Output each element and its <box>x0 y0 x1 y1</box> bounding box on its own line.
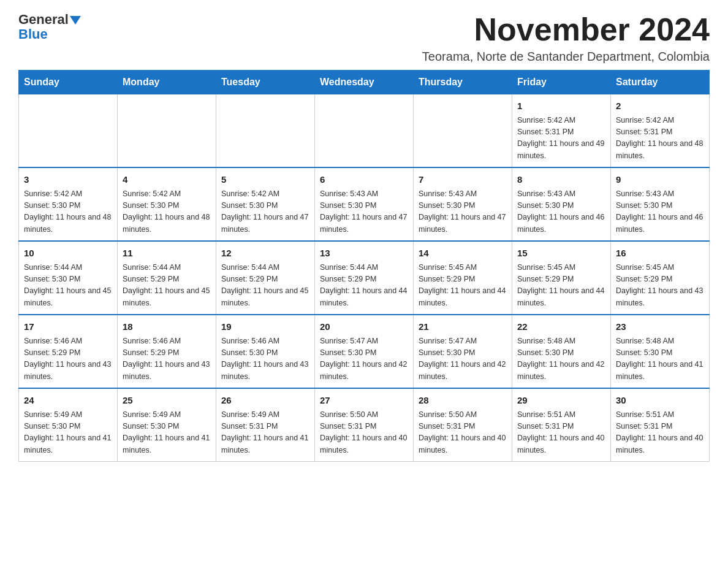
day-header-monday: Monday <box>118 71 216 94</box>
day-number: 16 <box>616 247 704 261</box>
calendar-cell: 2Sunrise: 5:42 AM Sunset: 5:31 PM Daylig… <box>611 94 710 168</box>
calendar-cell: 23Sunrise: 5:48 AM Sunset: 5:30 PM Dayli… <box>611 315 710 388</box>
day-number: 17 <box>24 320 112 334</box>
day-info: Sunrise: 5:46 AM Sunset: 5:29 PM Dayligh… <box>123 335 211 383</box>
day-number: 20 <box>320 320 408 334</box>
day-info: Sunrise: 5:43 AM Sunset: 5:30 PM Dayligh… <box>616 188 704 236</box>
day-info: Sunrise: 5:42 AM Sunset: 5:30 PM Dayligh… <box>24 188 112 236</box>
calendar-cell: 14Sunrise: 5:45 AM Sunset: 5:29 PM Dayli… <box>414 241 512 315</box>
calendar-week-row: 10Sunrise: 5:44 AM Sunset: 5:30 PM Dayli… <box>19 241 710 315</box>
day-info: Sunrise: 5:44 AM Sunset: 5:29 PM Dayligh… <box>123 262 211 310</box>
calendar-cell: 11Sunrise: 5:44 AM Sunset: 5:29 PM Dayli… <box>118 241 216 315</box>
day-number: 28 <box>419 394 507 408</box>
calendar-cell: 25Sunrise: 5:49 AM Sunset: 5:30 PM Dayli… <box>118 388 216 462</box>
day-number: 9 <box>616 173 704 187</box>
day-number: 29 <box>517 394 605 408</box>
day-header-friday: Friday <box>512 71 611 94</box>
day-number: 13 <box>320 247 408 261</box>
day-info: Sunrise: 5:49 AM Sunset: 5:31 PM Dayligh… <box>221 409 309 457</box>
day-info: Sunrise: 5:47 AM Sunset: 5:30 PM Dayligh… <box>419 335 507 383</box>
calendar-cell: 4Sunrise: 5:42 AM Sunset: 5:30 PM Daylig… <box>118 167 216 241</box>
logo: GeneralBlue <box>18 12 81 42</box>
calendar-cell: 18Sunrise: 5:46 AM Sunset: 5:29 PM Dayli… <box>118 315 216 388</box>
day-number: 6 <box>320 173 408 187</box>
day-number: 11 <box>123 247 211 261</box>
header: GeneralBlue November 2024 Teorama, Norte… <box>18 12 710 64</box>
calendar-cell: 22Sunrise: 5:48 AM Sunset: 5:30 PM Dayli… <box>512 315 611 388</box>
day-info: Sunrise: 5:44 AM Sunset: 5:30 PM Dayligh… <box>24 262 112 310</box>
day-info: Sunrise: 5:50 AM Sunset: 5:31 PM Dayligh… <box>320 409 408 457</box>
calendar-cell: 29Sunrise: 5:51 AM Sunset: 5:31 PM Dayli… <box>512 388 611 462</box>
calendar-cell: 17Sunrise: 5:46 AM Sunset: 5:29 PM Dayli… <box>19 315 118 388</box>
day-header-thursday: Thursday <box>414 71 512 94</box>
calendar-week-row: 24Sunrise: 5:49 AM Sunset: 5:30 PM Dayli… <box>19 388 710 462</box>
calendar-cell: 15Sunrise: 5:45 AM Sunset: 5:29 PM Dayli… <box>512 241 611 315</box>
day-number: 10 <box>24 247 112 261</box>
calendar-cell <box>315 94 414 168</box>
day-number: 21 <box>419 320 507 334</box>
calendar-cell: 3Sunrise: 5:42 AM Sunset: 5:30 PM Daylig… <box>19 167 118 241</box>
day-number: 18 <box>123 320 211 334</box>
day-number: 27 <box>320 394 408 408</box>
calendar-cell: 13Sunrise: 5:44 AM Sunset: 5:29 PM Dayli… <box>315 241 414 315</box>
day-info: Sunrise: 5:44 AM Sunset: 5:29 PM Dayligh… <box>221 262 309 310</box>
day-header-sunday: Sunday <box>19 71 118 94</box>
calendar-cell: 21Sunrise: 5:47 AM Sunset: 5:30 PM Dayli… <box>414 315 512 388</box>
calendar-cell: 6Sunrise: 5:43 AM Sunset: 5:30 PM Daylig… <box>315 167 414 241</box>
day-info: Sunrise: 5:42 AM Sunset: 5:31 PM Dayligh… <box>616 115 704 163</box>
calendar-cell: 8Sunrise: 5:43 AM Sunset: 5:30 PM Daylig… <box>512 167 611 241</box>
location-title: Teorama, Norte de Santander Department, … <box>422 50 710 64</box>
day-info: Sunrise: 5:49 AM Sunset: 5:30 PM Dayligh… <box>24 409 112 457</box>
day-info: Sunrise: 5:50 AM Sunset: 5:31 PM Dayligh… <box>419 409 507 457</box>
day-number: 5 <box>221 173 309 187</box>
calendar-cell: 24Sunrise: 5:49 AM Sunset: 5:30 PM Dayli… <box>19 388 118 462</box>
day-info: Sunrise: 5:43 AM Sunset: 5:30 PM Dayligh… <box>320 188 408 236</box>
day-info: Sunrise: 5:51 AM Sunset: 5:31 PM Dayligh… <box>517 409 605 457</box>
day-info: Sunrise: 5:49 AM Sunset: 5:30 PM Dayligh… <box>123 409 211 457</box>
day-info: Sunrise: 5:48 AM Sunset: 5:30 PM Dayligh… <box>616 335 704 383</box>
day-info: Sunrise: 5:47 AM Sunset: 5:30 PM Dayligh… <box>320 335 408 383</box>
day-number: 14 <box>419 247 507 261</box>
day-number: 15 <box>517 247 605 261</box>
calendar-cell: 7Sunrise: 5:43 AM Sunset: 5:30 PM Daylig… <box>414 167 512 241</box>
day-info: Sunrise: 5:51 AM Sunset: 5:31 PM Dayligh… <box>616 409 704 457</box>
calendar-cell <box>118 94 216 168</box>
day-info: Sunrise: 5:42 AM Sunset: 5:30 PM Dayligh… <box>123 188 211 236</box>
day-number: 24 <box>24 394 112 408</box>
calendar-cell: 12Sunrise: 5:44 AM Sunset: 5:29 PM Dayli… <box>216 241 315 315</box>
day-number: 23 <box>616 320 704 334</box>
calendar-header-row: SundayMondayTuesdayWednesdayThursdayFrid… <box>19 71 710 94</box>
day-info: Sunrise: 5:42 AM Sunset: 5:31 PM Dayligh… <box>517 115 605 163</box>
calendar-cell: 26Sunrise: 5:49 AM Sunset: 5:31 PM Dayli… <box>216 388 315 462</box>
day-info: Sunrise: 5:48 AM Sunset: 5:30 PM Dayligh… <box>517 335 605 383</box>
calendar-cell: 28Sunrise: 5:50 AM Sunset: 5:31 PM Dayli… <box>414 388 512 462</box>
calendar-table: SundayMondayTuesdayWednesdayThursdayFrid… <box>18 70 710 462</box>
day-header-saturday: Saturday <box>611 71 710 94</box>
day-number: 19 <box>221 320 309 334</box>
day-info: Sunrise: 5:43 AM Sunset: 5:30 PM Dayligh… <box>517 188 605 236</box>
calendar-week-row: 17Sunrise: 5:46 AM Sunset: 5:29 PM Dayli… <box>19 315 710 388</box>
calendar-cell: 1Sunrise: 5:42 AM Sunset: 5:31 PM Daylig… <box>512 94 611 168</box>
day-info: Sunrise: 5:46 AM Sunset: 5:30 PM Dayligh… <box>221 335 309 383</box>
day-number: 2 <box>616 99 704 113</box>
calendar-cell <box>19 94 118 168</box>
calendar-cell: 27Sunrise: 5:50 AM Sunset: 5:31 PM Dayli… <box>315 388 414 462</box>
day-number: 8 <box>517 173 605 187</box>
day-header-wednesday: Wednesday <box>315 71 414 94</box>
month-title: November 2024 <box>422 12 710 47</box>
day-info: Sunrise: 5:45 AM Sunset: 5:29 PM Dayligh… <box>517 262 605 310</box>
day-header-tuesday: Tuesday <box>216 71 315 94</box>
day-info: Sunrise: 5:44 AM Sunset: 5:29 PM Dayligh… <box>320 262 408 310</box>
calendar-cell: 20Sunrise: 5:47 AM Sunset: 5:30 PM Dayli… <box>315 315 414 388</box>
calendar-cell: 5Sunrise: 5:42 AM Sunset: 5:30 PM Daylig… <box>216 167 315 241</box>
day-number: 3 <box>24 173 112 187</box>
day-info: Sunrise: 5:45 AM Sunset: 5:29 PM Dayligh… <box>616 262 704 310</box>
logo-triangle-icon <box>70 16 81 25</box>
calendar-cell <box>216 94 315 168</box>
calendar-cell: 9Sunrise: 5:43 AM Sunset: 5:30 PM Daylig… <box>611 167 710 241</box>
calendar-week-row: 3Sunrise: 5:42 AM Sunset: 5:30 PM Daylig… <box>19 167 710 241</box>
day-number: 30 <box>616 394 704 408</box>
day-number: 4 <box>123 173 211 187</box>
day-number: 26 <box>221 394 309 408</box>
day-number: 25 <box>123 394 211 408</box>
